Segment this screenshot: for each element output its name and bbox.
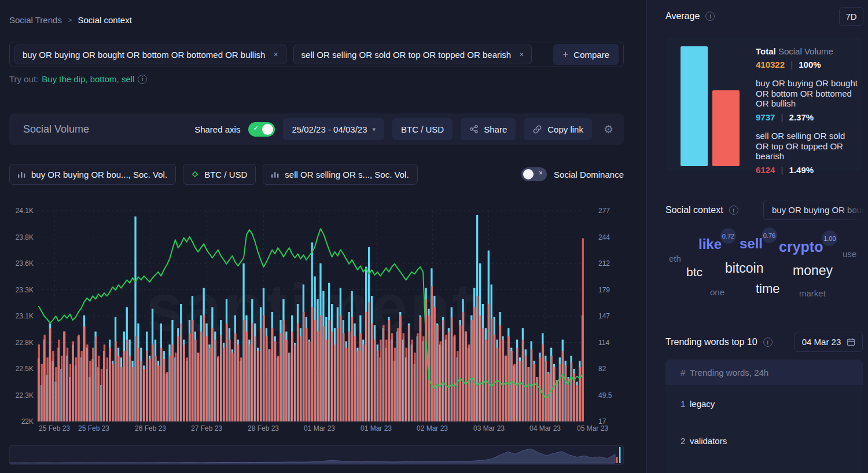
- cloud-word-eth[interactable]: eth: [669, 254, 681, 263]
- word-score-badge: 1.00: [822, 230, 837, 246]
- right-axis-tick: 212: [598, 259, 610, 267]
- remove-chip-icon[interactable]: ×: [273, 50, 278, 59]
- trending-section-title: Trending words top 10: [665, 337, 773, 347]
- left-axis-tick: 23.6K: [16, 259, 34, 267]
- legend-chip-sell-series[interactable]: sell OR selling OR s..., Soc. Vol.: [263, 164, 417, 185]
- left-axis-tick: 23.3K: [16, 286, 34, 294]
- info-icon[interactable]: [705, 12, 715, 21]
- cloud-word-bitcoin[interactable]: bitcoin: [725, 261, 763, 276]
- table-header: # Trending words, 24h: [665, 360, 863, 385]
- social-context-section-title: Social context: [665, 205, 738, 215]
- buy-value: 9737: [756, 112, 775, 122]
- right-axis-tick: 244: [598, 233, 610, 241]
- compare-button[interactable]: + Compare: [553, 44, 619, 65]
- share-button[interactable]: Share: [461, 118, 516, 140]
- buy-phrase: buy OR buying OR bought OR bottom OR bot…: [756, 78, 859, 109]
- x-axis-tick: 03 Mar 23: [473, 424, 505, 432]
- sell-value: 6124: [756, 165, 775, 175]
- check-icon: [253, 124, 258, 132]
- cloud-word-like[interactable]: like0.72: [698, 236, 722, 252]
- left-axis-tick: 23.8K: [16, 233, 34, 241]
- gear-icon[interactable]: [600, 123, 617, 136]
- social-context-selected-value: buy OR buying OR boug: [772, 205, 866, 215]
- trending-words-table: # Trending words, 24h 1 legacy 2 validat…: [665, 360, 863, 473]
- bar-chart-icon: [18, 171, 25, 178]
- cloud-word-market[interactable]: market: [799, 288, 826, 298]
- legend-pair-label: BTC / USD: [204, 170, 247, 179]
- search-bar[interactable]: buy OR buying OR bought OR bottom OR bot…: [9, 42, 624, 67]
- plus-icon: +: [562, 49, 568, 60]
- x-axis-tick: 25 Feb 23: [39, 424, 70, 432]
- cloud-word-btc[interactable]: btc: [686, 265, 703, 279]
- sidebar: Average 7D Total Social Volume 410322 | …: [646, 0, 868, 473]
- period-button[interactable]: 7D: [839, 7, 863, 26]
- chart-header: Social Volume Shared axis 25/02/23 - 04/…: [9, 113, 624, 145]
- chevron-down-icon: [373, 126, 376, 133]
- chart-navigator[interactable]: [9, 445, 624, 465]
- copy-link-label: Copy link: [547, 124, 583, 134]
- shared-axis-label: Shared axis: [194, 124, 240, 134]
- word-score-badge: 0.76: [762, 228, 777, 243]
- divider: |: [781, 112, 783, 122]
- bar-chart-icon: [271, 171, 279, 178]
- pair-button[interactable]: BTC / USD: [392, 118, 453, 140]
- total-value: 410322: [756, 60, 785, 69]
- toggle-knob: [523, 169, 534, 179]
- total-label: Total: [756, 46, 776, 56]
- copy-link-button[interactable]: Copy link: [524, 118, 592, 140]
- query-chip-sell[interactable]: sell OR selling OR sold OR top OR topped…: [293, 45, 532, 64]
- average-stats: Total Social Volume 410322 | 100% buy OR…: [756, 46, 859, 175]
- cloud-word-one[interactable]: one: [710, 287, 724, 297]
- total-percent: 100%: [799, 60, 821, 69]
- try-out-label: Try out:: [9, 74, 38, 84]
- left-axis-tick: 22.5K: [16, 365, 34, 373]
- date-range-label: 25/02/23 - 04/03/23: [292, 124, 367, 134]
- cloud-word-time[interactable]: time: [756, 281, 780, 296]
- close-icon: [539, 169, 543, 177]
- buy-percent: 2.37%: [789, 112, 814, 122]
- legend-row: buy OR buying OR bou..., Soc. Vol. BTC /…: [9, 164, 624, 185]
- cloud-word-money[interactable]: money: [793, 263, 833, 278]
- table-row[interactable]: 2 validators: [665, 422, 863, 459]
- x-axis-tick: 27 Feb 23: [191, 424, 222, 432]
- date-range-button[interactable]: 25/02/23 - 04/03/23: [283, 118, 384, 140]
- x-axis-tick: 26 Feb 23: [135, 424, 166, 432]
- sell-phrase: sell OR selling OR sold OR top OR topped…: [756, 131, 859, 162]
- breadcrumb-current: Social context: [78, 15, 131, 25]
- cloud-word-crypto[interactable]: crypto1.00: [779, 239, 823, 255]
- social-volume-chart[interactable]: santiment: [38, 211, 584, 421]
- trending-date-value: 04 Mar 23: [802, 337, 841, 347]
- social-context-title-text: Social context: [665, 205, 723, 215]
- right-axis-tick: 82: [598, 365, 606, 373]
- table-row[interactable]: 1 legacy: [665, 385, 863, 422]
- word-cloud: ethlike0.72sell0.76crypto1.00usebtcbitco…: [665, 226, 868, 310]
- x-axis-tick: 04 Mar 23: [529, 424, 561, 432]
- sell-percent: 1.49%: [789, 165, 814, 175]
- info-icon[interactable]: [729, 206, 738, 215]
- cloud-word-sell[interactable]: sell0.76: [740, 236, 763, 252]
- toggle-knob: [262, 124, 273, 135]
- info-icon[interactable]: [763, 338, 773, 347]
- x-axis-tick: 05 Mar 23: [577, 424, 608, 432]
- trending-rank: 2: [665, 436, 690, 446]
- cloud-word-use[interactable]: use: [843, 249, 856, 259]
- left-axis-tick: 23.1K: [16, 312, 34, 320]
- legend-chip-buy-series[interactable]: buy OR buying OR bou..., Soc. Vol.: [9, 164, 176, 185]
- info-icon[interactable]: [138, 75, 147, 84]
- social-dominance-toggle[interactable]: [521, 167, 547, 181]
- breadcrumb-parent[interactable]: Social Trends: [9, 15, 62, 25]
- x-axis-tick: 28 Feb 23: [248, 424, 279, 432]
- trending-word: validators: [690, 436, 727, 446]
- social-context-select[interactable]: buy OR buying OR boug: [763, 200, 868, 220]
- breadcrumb: Social Trends > Social context: [9, 15, 132, 25]
- left-axis-tick: 24.1K: [16, 207, 34, 215]
- query-chip-buy[interactable]: buy OR buying OR bought OR bottom OR bot…: [14, 45, 286, 64]
- trending-date-picker[interactable]: 04 Mar 23: [795, 332, 863, 352]
- try-out-link[interactable]: Buy the dip, bottom, sell: [42, 74, 134, 84]
- total-label-rest: Social Volume: [776, 46, 833, 56]
- remove-chip-icon[interactable]: ×: [519, 50, 524, 59]
- legend-chip-pair[interactable]: BTC / USD: [183, 164, 256, 185]
- average-bar-buy: [681, 46, 708, 166]
- shared-axis-toggle[interactable]: [248, 122, 275, 137]
- breadcrumb-separator: >: [68, 16, 72, 24]
